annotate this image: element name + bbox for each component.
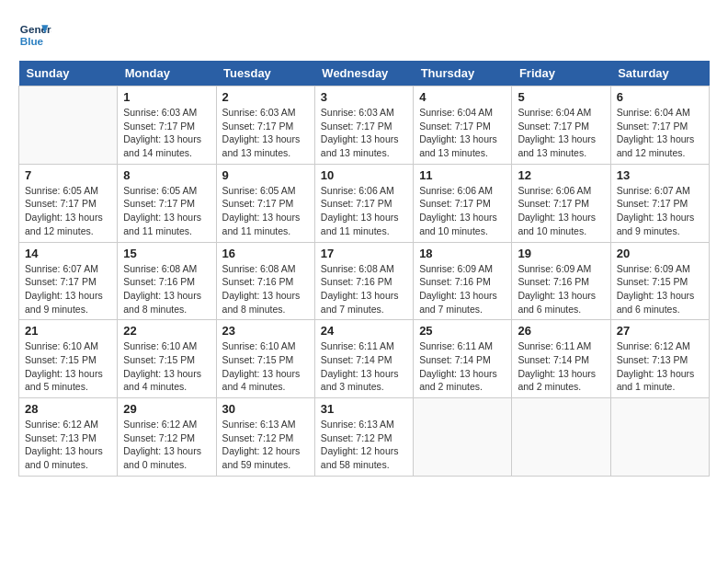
- day-number: 30: [222, 402, 309, 416]
- weekday-header-row: SundayMondayTuesdayWednesdayThursdayFrid…: [19, 61, 710, 86]
- day-info: Sunrise: 6:11 AM Sunset: 7:14 PM Dayligh…: [518, 339, 604, 394]
- day-number: 15: [123, 247, 210, 260]
- calendar-day-cell: [610, 398, 709, 477]
- day-info: Sunrise: 6:10 AM Sunset: 7:15 PM Dayligh…: [123, 339, 210, 394]
- weekday-header-cell: Tuesday: [216, 61, 314, 86]
- day-number: 18: [419, 247, 506, 260]
- weekday-header-cell: Saturday: [610, 61, 709, 86]
- day-info: Sunrise: 6:12 AM Sunset: 7:13 PM Dayligh…: [25, 418, 111, 472]
- day-number: 1: [123, 90, 210, 104]
- calendar-day-cell: 2Sunrise: 6:03 AM Sunset: 7:17 PM Daylig…: [216, 86, 314, 165]
- day-number: 21: [25, 324, 111, 338]
- day-info: Sunrise: 6:05 AM Sunset: 7:17 PM Dayligh…: [25, 184, 111, 238]
- day-info: Sunrise: 6:03 AM Sunset: 7:17 PM Dayligh…: [123, 106, 210, 160]
- day-info: Sunrise: 6:12 AM Sunset: 7:13 PM Dayligh…: [617, 339, 703, 394]
- day-info: Sunrise: 6:05 AM Sunset: 7:17 PM Dayligh…: [222, 184, 309, 238]
- calendar-day-cell: 4Sunrise: 6:04 AM Sunset: 7:17 PM Daylig…: [414, 86, 512, 165]
- calendar-day-cell: 30Sunrise: 6:13 AM Sunset: 7:12 PM Dayli…: [216, 398, 314, 477]
- calendar-day-cell: 17Sunrise: 6:08 AM Sunset: 7:16 PM Dayli…: [314, 242, 413, 320]
- calendar-body: 1Sunrise: 6:03 AM Sunset: 7:17 PM Daylig…: [19, 86, 710, 477]
- calendar-day-cell: 8Sunrise: 6:05 AM Sunset: 7:17 PM Daylig…: [118, 164, 216, 242]
- day-info: Sunrise: 6:08 AM Sunset: 7:16 PM Dayligh…: [222, 262, 309, 316]
- day-info: Sunrise: 6:04 AM Sunset: 7:17 PM Dayligh…: [518, 106, 604, 160]
- calendar-day-cell: 21Sunrise: 6:10 AM Sunset: 7:15 PM Dayli…: [19, 320, 118, 398]
- day-info: Sunrise: 6:07 AM Sunset: 7:17 PM Dayligh…: [617, 184, 703, 238]
- day-number: 12: [518, 168, 604, 182]
- day-number: 26: [518, 324, 604, 338]
- day-info: Sunrise: 6:06 AM Sunset: 7:17 PM Dayligh…: [321, 184, 407, 238]
- header: General Blue: [18, 18, 710, 52]
- day-number: 9: [222, 168, 309, 182]
- svg-text:Blue: Blue: [20, 35, 44, 47]
- calendar-day-cell: 7Sunrise: 6:05 AM Sunset: 7:17 PM Daylig…: [19, 164, 118, 242]
- calendar-day-cell: 25Sunrise: 6:11 AM Sunset: 7:14 PM Dayli…: [414, 320, 512, 398]
- day-number: 11: [419, 168, 506, 182]
- day-number: 7: [25, 168, 111, 182]
- day-number: 27: [617, 324, 703, 338]
- day-info: Sunrise: 6:09 AM Sunset: 7:16 PM Dayligh…: [518, 262, 604, 316]
- day-number: 25: [419, 324, 506, 338]
- day-number: 24: [321, 324, 407, 338]
- day-number: 22: [123, 324, 210, 338]
- day-info: Sunrise: 6:03 AM Sunset: 7:17 PM Dayligh…: [222, 106, 309, 160]
- day-info: Sunrise: 6:08 AM Sunset: 7:16 PM Dayligh…: [123, 262, 210, 316]
- weekday-header-cell: Wednesday: [314, 61, 413, 86]
- weekday-header-cell: Friday: [512, 61, 610, 86]
- weekday-header-cell: Sunday: [19, 61, 118, 86]
- day-number: 28: [25, 402, 111, 416]
- calendar-week-row: 1Sunrise: 6:03 AM Sunset: 7:17 PM Daylig…: [19, 86, 710, 165]
- calendar-day-cell: 13Sunrise: 6:07 AM Sunset: 7:17 PM Dayli…: [610, 164, 709, 242]
- calendar-day-cell: 9Sunrise: 6:05 AM Sunset: 7:17 PM Daylig…: [216, 164, 314, 242]
- calendar-week-row: 14Sunrise: 6:07 AM Sunset: 7:17 PM Dayli…: [19, 242, 710, 320]
- calendar-day-cell: 18Sunrise: 6:09 AM Sunset: 7:16 PM Dayli…: [414, 242, 512, 320]
- calendar-week-row: 21Sunrise: 6:10 AM Sunset: 7:15 PM Dayli…: [19, 320, 710, 398]
- logo: General Blue: [18, 18, 51, 52]
- day-number: 16: [222, 247, 309, 260]
- calendar-day-cell: 31Sunrise: 6:13 AM Sunset: 7:12 PM Dayli…: [314, 398, 413, 477]
- day-info: Sunrise: 6:07 AM Sunset: 7:17 PM Dayligh…: [25, 262, 111, 316]
- day-number: 20: [617, 247, 703, 260]
- calendar-day-cell: 22Sunrise: 6:10 AM Sunset: 7:15 PM Dayli…: [118, 320, 216, 398]
- day-info: Sunrise: 6:04 AM Sunset: 7:17 PM Dayligh…: [617, 106, 703, 160]
- day-number: 31: [321, 402, 407, 416]
- calendar-day-cell: 12Sunrise: 6:06 AM Sunset: 7:17 PM Dayli…: [512, 164, 610, 242]
- day-number: 14: [25, 247, 111, 260]
- day-number: 2: [222, 90, 309, 104]
- calendar-day-cell: 29Sunrise: 6:12 AM Sunset: 7:12 PM Dayli…: [118, 398, 216, 477]
- day-info: Sunrise: 6:05 AM Sunset: 7:17 PM Dayligh…: [123, 184, 210, 238]
- day-info: Sunrise: 6:06 AM Sunset: 7:17 PM Dayligh…: [518, 184, 604, 238]
- weekday-header-cell: Thursday: [414, 61, 512, 86]
- calendar-day-cell: 3Sunrise: 6:03 AM Sunset: 7:17 PM Daylig…: [314, 86, 413, 165]
- calendar-day-cell: [19, 86, 118, 165]
- calendar-day-cell: 27Sunrise: 6:12 AM Sunset: 7:13 PM Dayli…: [610, 320, 709, 398]
- calendar-day-cell: 1Sunrise: 6:03 AM Sunset: 7:17 PM Daylig…: [118, 86, 216, 165]
- day-number: 8: [123, 168, 210, 182]
- svg-text:General: General: [20, 23, 51, 35]
- calendar-week-row: 7Sunrise: 6:05 AM Sunset: 7:17 PM Daylig…: [19, 164, 710, 242]
- logo-icon: General Blue: [18, 18, 51, 52]
- day-info: Sunrise: 6:11 AM Sunset: 7:14 PM Dayligh…: [419, 339, 506, 394]
- calendar-day-cell: 5Sunrise: 6:04 AM Sunset: 7:17 PM Daylig…: [512, 86, 610, 165]
- calendar-day-cell: 6Sunrise: 6:04 AM Sunset: 7:17 PM Daylig…: [610, 86, 709, 165]
- calendar-day-cell: 15Sunrise: 6:08 AM Sunset: 7:16 PM Dayli…: [118, 242, 216, 320]
- calendar-week-row: 28Sunrise: 6:12 AM Sunset: 7:13 PM Dayli…: [19, 398, 710, 477]
- day-info: Sunrise: 6:09 AM Sunset: 7:16 PM Dayligh…: [419, 262, 506, 316]
- day-number: 6: [617, 90, 703, 104]
- day-info: Sunrise: 6:06 AM Sunset: 7:17 PM Dayligh…: [419, 184, 506, 238]
- day-info: Sunrise: 6:03 AM Sunset: 7:17 PM Dayligh…: [321, 106, 407, 160]
- calendar-day-cell: 11Sunrise: 6:06 AM Sunset: 7:17 PM Dayli…: [414, 164, 512, 242]
- weekday-header-cell: Monday: [118, 61, 216, 86]
- day-info: Sunrise: 6:10 AM Sunset: 7:15 PM Dayligh…: [25, 339, 111, 394]
- calendar-day-cell: 28Sunrise: 6:12 AM Sunset: 7:13 PM Dayli…: [19, 398, 118, 477]
- calendar-day-cell: 20Sunrise: 6:09 AM Sunset: 7:15 PM Dayli…: [610, 242, 709, 320]
- calendar-day-cell: 14Sunrise: 6:07 AM Sunset: 7:17 PM Dayli…: [19, 242, 118, 320]
- calendar-day-cell: 10Sunrise: 6:06 AM Sunset: 7:17 PM Dayli…: [314, 164, 413, 242]
- day-number: 19: [518, 247, 604, 260]
- day-number: 13: [617, 168, 703, 182]
- day-info: Sunrise: 6:11 AM Sunset: 7:14 PM Dayligh…: [321, 339, 407, 394]
- day-info: Sunrise: 6:13 AM Sunset: 7:12 PM Dayligh…: [321, 418, 407, 472]
- calendar-day-cell: 24Sunrise: 6:11 AM Sunset: 7:14 PM Dayli…: [314, 320, 413, 398]
- day-number: 5: [518, 90, 604, 104]
- calendar-day-cell: 26Sunrise: 6:11 AM Sunset: 7:14 PM Dayli…: [512, 320, 610, 398]
- day-info: Sunrise: 6:08 AM Sunset: 7:16 PM Dayligh…: [321, 262, 407, 316]
